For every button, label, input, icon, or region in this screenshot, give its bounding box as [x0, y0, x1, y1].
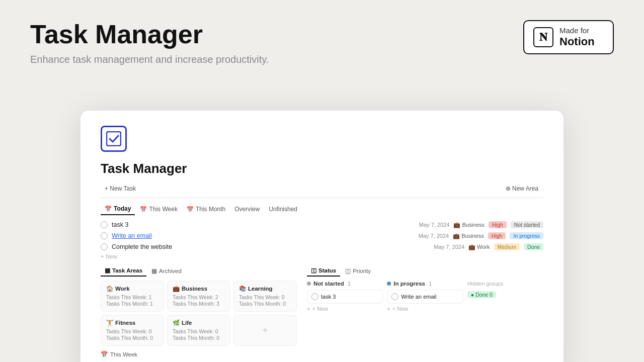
tab-month-label: This Month: [196, 206, 225, 213]
kanban-col-hidden: Hidden groups ● Done 0: [467, 281, 543, 312]
done-badge: ● Done 0: [467, 291, 496, 298]
hidden-groups-label: Hidden groups: [467, 281, 543, 287]
tab-status[interactable]: ◫ Status: [307, 265, 340, 277]
area-icon: 💼: [468, 244, 475, 250]
footer-icon: 📅: [101, 351, 108, 358]
task-area: 💼 Business: [453, 233, 484, 239]
app-title: Task Manager: [101, 161, 543, 176]
tab-today[interactable]: 📅 Today: [101, 203, 135, 215]
area-card-work[interactable]: 🏠 Work Tasks This Week: 1 Tasks This Mon…: [101, 281, 164, 312]
svg-rect-0: [107, 132, 121, 146]
task-date: May 7, 2024: [419, 222, 450, 228]
area-icon: 💼: [453, 233, 460, 239]
area-card-learning[interactable]: 📚 Learning Tasks This Week: 0 Tasks This…: [233, 281, 297, 312]
status-icon: ◫: [311, 267, 316, 274]
area-emoji: 🌿: [173, 319, 180, 326]
task-left: Complete the website: [101, 243, 172, 250]
today-icon: 📅: [105, 206, 112, 212]
area-card-life[interactable]: 🌿 Life Tasks This Week: 0 Tasks This Mon…: [167, 315, 230, 346]
tab-archived[interactable]: ▦ Archived: [147, 265, 186, 277]
area-week-stat: Tasks This Week: 0: [239, 294, 291, 300]
kanban-panel: ◫ Status ◫ Priority Not started 1: [307, 265, 543, 346]
tab-week-label: This Week: [149, 206, 177, 213]
card-circle: [311, 293, 318, 300]
notion-label: Notion: [559, 35, 595, 48]
priority-label: Priority: [353, 268, 371, 274]
page-title: Task Manager: [30, 20, 269, 49]
task-name: task 3: [112, 221, 128, 228]
area-emoji: 📚: [239, 285, 246, 292]
kanban-columns: Not started 1 task 3 + + New: [307, 281, 543, 312]
area-card-business[interactable]: 💼 Business Tasks This Week: 2 Tasks This…: [167, 281, 230, 312]
area-name: Work: [477, 244, 490, 250]
area-month-stat: Tasks This Month: 3: [173, 301, 225, 307]
area-card-fitness[interactable]: 🏋️ Fitness Tasks This Week: 0 Tasks This…: [101, 315, 164, 346]
area-title: 🌿 Life: [173, 319, 225, 326]
add-new-task[interactable]: + New: [101, 253, 543, 259]
tab-this-month[interactable]: 📅 This Month: [183, 203, 229, 215]
area-month-stat: Tasks This Month: 0: [106, 335, 158, 341]
month-icon: 📅: [187, 206, 194, 213]
footer: 📅 This Week: [101, 351, 543, 358]
task-right: May 7, 2024 💼 Business High In progress: [419, 232, 543, 239]
tab-today-label: Today: [114, 205, 131, 212]
task-name: Complete the website: [112, 243, 172, 250]
title-block: Task Manager Enhance task management and…: [30, 20, 269, 65]
kanban-col-in-progress: In progress 1 Write an email + + New: [387, 281, 463, 312]
task-left: task 3: [101, 221, 128, 228]
archived-label: Archived: [159, 268, 182, 274]
task-area: 💼 Work: [468, 244, 490, 250]
tab-this-week[interactable]: 📅 This Week: [136, 203, 181, 215]
add-area-icon: +: [262, 325, 268, 336]
task-areas-panel: ▦ Task Areas ▦ Archived 🏠 Work Tasks Thi…: [101, 265, 297, 346]
notion-text: Made for Notion: [559, 26, 595, 48]
area-emoji: 💼: [173, 285, 180, 292]
in-progress-dot: [387, 282, 391, 286]
tab-task-areas[interactable]: ▦ Task Areas: [101, 265, 146, 277]
priority-badge: Medium: [494, 243, 520, 250]
area-emoji: 🏠: [106, 285, 113, 292]
task-area: 💼 Business: [453, 222, 485, 228]
task-right: May 7, 2024 💼 Work Medium Done: [434, 243, 543, 250]
status-badge: Not started: [511, 221, 543, 228]
new-task-button[interactable]: + New Task: [101, 184, 140, 194]
kanban-card[interactable]: task 3: [307, 290, 383, 304]
tab-priority[interactable]: ◫ Priority: [341, 265, 375, 277]
not-started-label: Not started: [313, 281, 344, 287]
kanban-add-not-started[interactable]: + + New: [307, 306, 383, 312]
add-label: + New: [312, 306, 328, 312]
card-task-name: Write an email: [401, 294, 436, 300]
task-circle[interactable]: [101, 232, 108, 239]
task-circle[interactable]: [101, 243, 108, 250]
app-icon: [101, 126, 127, 152]
week-icon: 📅: [140, 206, 147, 213]
task-circle[interactable]: [101, 221, 108, 228]
page-header: Task Manager Enhance task management and…: [0, 0, 644, 65]
table-row: Complete the website May 7, 2024 💼 Work …: [101, 241, 543, 252]
task-areas-icon: ▦: [105, 267, 110, 274]
area-emoji: 🏋️: [106, 319, 113, 326]
area-title: 📚 Learning: [239, 285, 291, 292]
new-area-button[interactable]: ⊕ New Area: [501, 184, 543, 194]
kanban-card[interactable]: Write an email: [387, 290, 463, 304]
area-title: 🏠 Work: [106, 285, 158, 292]
area-week-stat: Tasks This Week: 2: [173, 294, 225, 300]
area-icon: 💼: [453, 222, 460, 228]
panel-tabs: ▦ Task Areas ▦ Archived: [101, 265, 297, 277]
add-label: + New: [392, 306, 409, 312]
area-month-stat: Tasks This Month: 1: [106, 301, 158, 307]
tab-bar: 📅 Today 📅 This Week 📅 This Month Overvie…: [101, 203, 543, 215]
priority-icon: ◫: [345, 267, 351, 275]
tab-unfinished[interactable]: Unfinished: [265, 203, 301, 215]
tab-overview[interactable]: Overview: [230, 203, 264, 215]
area-week-stat: Tasks This Week: 0: [106, 328, 158, 334]
in-progress-label: In progress: [393, 281, 425, 287]
task-name: Write an email: [112, 232, 152, 239]
priority-badge: High: [488, 232, 506, 239]
kanban-add-in-progress[interactable]: + + New: [387, 306, 463, 312]
add-area-card[interactable]: +: [233, 315, 297, 346]
bottom-section: ▦ Task Areas ▦ Archived 🏠 Work Tasks Thi…: [101, 265, 543, 346]
area-title: 🏋️ Fitness: [106, 319, 158, 326]
task-date: May 7, 2024: [434, 244, 465, 250]
area-week-stat: Tasks This Week: 0: [173, 328, 225, 334]
